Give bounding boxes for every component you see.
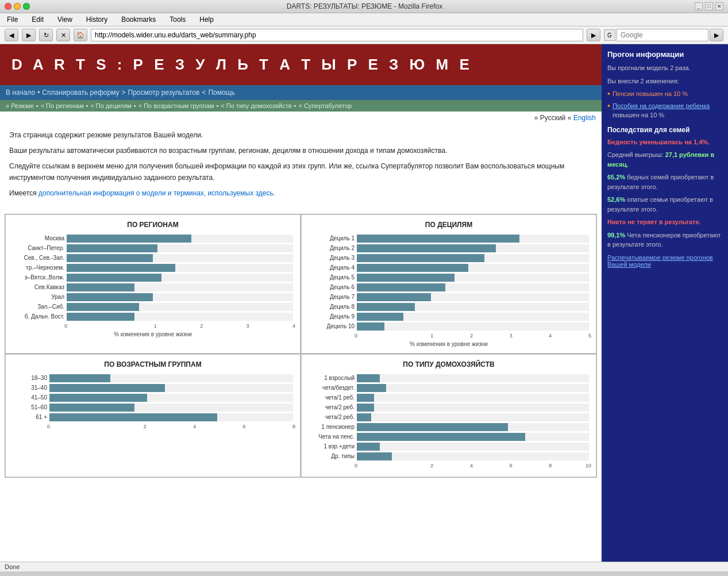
menu-bookmarks[interactable]: Bookmarks xyxy=(119,14,158,25)
chart-deciles-bars: Дециль 1Дециль 2Дециль 3Дециль 4Дециль 5… xyxy=(306,235,591,331)
home-button[interactable]: 🏠 xyxy=(74,29,87,41)
sidebar-bullet2-label: Пособия на содержание ребенка xyxy=(613,102,710,109)
bar-row: 31–40 xyxy=(13,384,293,392)
bar-container xyxy=(49,404,293,412)
bar-label: 1 взр.+дети xyxy=(309,443,355,450)
maximize-button[interactable] xyxy=(23,3,30,10)
close-button[interactable] xyxy=(5,3,11,10)
bar-label: чета/2 реб. xyxy=(309,404,355,410)
nav-results[interactable]: Просмотр результатов xyxy=(128,89,200,97)
bar-fill xyxy=(357,452,392,460)
bar-fill xyxy=(67,244,157,252)
search-button[interactable]: ▶ xyxy=(710,29,723,41)
sidebar-stat1: 65,2% бедных семей приобретают в результ… xyxy=(607,172,722,191)
bar-container xyxy=(357,293,589,301)
url-bar[interactable] xyxy=(91,29,583,41)
desc-line1: Эта страница содержит резюме результатов… xyxy=(9,130,592,141)
menu-file[interactable]: File xyxy=(5,14,20,25)
sidebar-run-title: Прогон информации xyxy=(607,50,722,59)
bar-row: Др. типы xyxy=(309,452,589,460)
chart-household-title: ПО ТИПУ ДОМОХОЗЯЙСТВ xyxy=(306,360,591,368)
bar-container xyxy=(67,254,293,262)
sidebar-print-link[interactable]: Распечатываемое резюме прогонов Вашей мо… xyxy=(607,254,722,268)
subnav-deciles[interactable]: < По децилям xyxy=(90,102,131,109)
sidebar-bullet2-text: Пособия на содержание ребенка повышен на… xyxy=(613,101,722,120)
bar-row: Дециль 4 xyxy=(309,264,589,272)
bar-row: Урал xyxy=(13,293,293,301)
bar-container xyxy=(67,235,293,243)
menu-edit[interactable]: Edit xyxy=(29,14,46,25)
xaxis-label: 0 xyxy=(355,463,394,469)
bar-fill xyxy=(357,264,468,272)
bar-label: Дециль 4 xyxy=(309,264,355,271)
subnav-regions[interactable]: < По регионам xyxy=(41,102,84,109)
xaxis-label: 2 xyxy=(157,323,203,329)
back-button[interactable]: ◀ xyxy=(5,29,18,41)
nav-help[interactable]: Помощь xyxy=(208,89,234,97)
xaxis-label: 2 xyxy=(433,333,473,339)
bar-container xyxy=(67,293,293,301)
window-title: DARTS: РЕЗУЛЬТАТЫ: РЕЗЮМЕ - Mozilla Fire… xyxy=(34,2,695,10)
bar-fill xyxy=(49,404,134,412)
sidebar-bullet1-text: Пенсии повышен на 10 % xyxy=(613,89,688,99)
bar-container xyxy=(357,322,589,331)
close-win-button[interactable]: ✕ xyxy=(715,2,723,10)
chart-regions-xaxis: 01234 xyxy=(64,323,295,329)
stat3-label: Никто не теряет в результате. xyxy=(607,218,701,225)
bar-row: чета/2 реб. xyxy=(309,413,589,421)
search-input[interactable] xyxy=(617,29,708,41)
bar-fill xyxy=(67,313,134,321)
traffic-lights xyxy=(5,3,30,10)
restore-win-button[interactable]: □ xyxy=(705,2,713,10)
sidebar-poverty: Бедность уменьшилась на 1,4%. xyxy=(607,137,722,147)
bar-label: Чета на пенс. xyxy=(309,433,355,440)
bar-container xyxy=(67,303,293,311)
bar-fill xyxy=(357,443,380,451)
bar-label: Дециль 6 xyxy=(309,284,355,290)
minimize-win-button[interactable]: _ xyxy=(695,2,703,10)
bar-container xyxy=(357,244,589,252)
stop-button[interactable]: ✕ xyxy=(56,29,70,41)
xaxis-label: 10 xyxy=(552,463,591,469)
desc-model-info-link[interactable]: дополнительная информация о модели и тер… xyxy=(38,189,275,197)
bar-label: чета/бездет. xyxy=(309,385,355,391)
xaxis-label: 1 xyxy=(110,323,156,329)
xaxis-label: 8 xyxy=(513,463,552,469)
forward-button[interactable]: ▶ xyxy=(22,29,36,41)
xaxis-label: 4 xyxy=(249,323,295,329)
go-button[interactable]: ▶ xyxy=(587,29,600,41)
sidebar-stat4: 99,1% Чета пенсионеров приобретают в рез… xyxy=(607,231,722,249)
bar-label: 1 взрослый xyxy=(309,375,355,381)
menu-view[interactable]: View xyxy=(55,14,75,25)
reload-button[interactable]: ↻ xyxy=(39,29,53,41)
menu-tools[interactable]: Tools xyxy=(167,14,188,25)
nav-plan[interactable]: Спланировать реформу xyxy=(42,89,119,97)
chart-age: ПО ВОЗРАСТНЫМ ГРУППАМ 18–3031–4041–5051–… xyxy=(5,354,301,477)
chart-deciles-title: ПО ДЕЦИЛЯМ xyxy=(306,221,591,229)
menu-history[interactable]: History xyxy=(84,14,110,25)
subnav-super[interactable]: < Супертабулятор xyxy=(298,102,352,109)
chart-household-xaxis: 0246810 xyxy=(355,463,591,469)
bar-label: э–Вятск.,Волж. xyxy=(13,274,64,281)
nav-home[interactable]: В начало xyxy=(6,89,35,97)
subnav-summary[interactable]: » Резюме xyxy=(6,102,34,109)
bar-fill xyxy=(357,322,384,331)
xaxis-label: 0 xyxy=(47,424,97,429)
stat4-value: 99,1% xyxy=(607,232,625,239)
bar-container xyxy=(357,433,589,441)
bar-fill xyxy=(357,244,496,252)
menu-help[interactable]: Help xyxy=(197,14,216,25)
bar-container xyxy=(357,413,589,421)
bar-label: 41–50 xyxy=(13,394,47,401)
subnav-household[interactable]: < По типу домохозяйств xyxy=(221,102,291,109)
chart-regions: ПО РЕГИОНАМ МоскваСанкт–Петер.Сев., Сев.… xyxy=(5,214,301,354)
minimize-button[interactable] xyxy=(14,3,21,10)
subnav-age[interactable]: < По возрастным группам xyxy=(138,102,214,109)
bar-fill xyxy=(357,313,403,321)
bar-fill xyxy=(49,384,165,392)
bar-row: Дециль 9 xyxy=(309,313,589,321)
bar-row: 1 пенсионер xyxy=(309,423,589,431)
lang-english-link[interactable]: English xyxy=(573,114,596,122)
bar-container xyxy=(67,274,293,282)
description-area: Эта страница содержит резюме результатов… xyxy=(0,124,602,209)
